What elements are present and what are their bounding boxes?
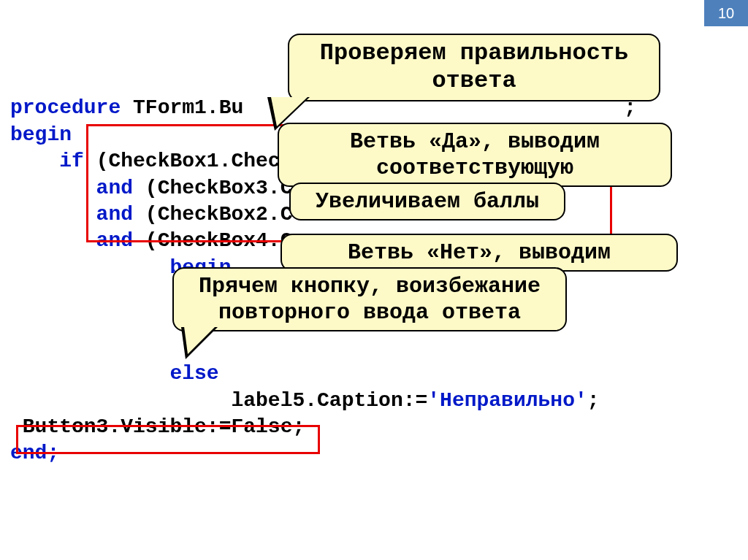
callout-branch-no: Ветвь «Нет», выводим [280,234,678,272]
code-token: label5.Caption:= [10,389,427,412]
callout-branch-yes: Ветвь «Да», выводим соответствующую [278,123,672,187]
code-token: else [10,362,219,385]
callout-text: Проверяем правильность ответа [320,39,628,94]
callout-increase-score: Увеличиваем баллы [289,183,565,220]
speech-tail-fill-icon [184,326,215,354]
speech-tail-fill-icon [271,97,308,126]
callout-check-answer: Проверяем правильность ответа [288,34,660,101]
code-token: if [10,150,84,172]
slide-number-badge: 10 [704,0,748,26]
highlight-box-button-visible [16,425,320,454]
code-token: ; [587,389,600,412]
callout-text: Прячем кнопку, воизбежание повторного вв… [199,274,541,325]
callout-hide-button: Прячем кнопку, воизбежание повторного вв… [172,267,567,331]
code-token: begin [10,123,72,146]
code-token: procedure [10,96,121,119]
code-string: 'Неправильно' [427,389,587,412]
